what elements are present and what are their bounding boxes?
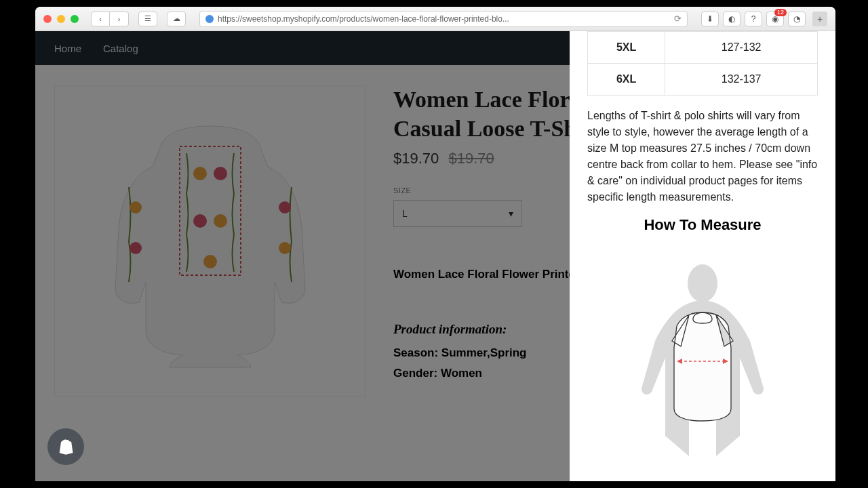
forward-button[interactable]: ›	[110, 12, 129, 26]
extension-icon-4[interactable]: ◔	[788, 12, 806, 26]
viewport: Home Catalog	[35, 31, 835, 481]
badge-count: 12	[774, 9, 787, 16]
size-guide-text: Lengths of T-shirt & polo shirts will va…	[587, 108, 818, 205]
table-row: 6XL 132-137	[588, 64, 818, 96]
shopify-chat-bubble[interactable]	[47, 428, 84, 465]
size-cell: 6XL	[588, 64, 665, 96]
browser-toolbar: ‹ › ☰ ☁ https://sweetshop.myshopify.com/…	[35, 7, 835, 31]
how-to-measure-title: How To Measure	[587, 216, 818, 234]
sidebar-toggle-icon[interactable]: ☰	[138, 12, 157, 26]
back-button[interactable]: ‹	[91, 12, 110, 26]
size-guide-drawer: 5XL 127-132 6XL 132-137 Lengths of T-shi…	[570, 31, 835, 481]
browser-window: ‹ › ☰ ☁ https://sweetshop.myshopify.com/…	[35, 7, 835, 481]
new-tab-button[interactable]: +	[812, 12, 827, 26]
extension-icon-2[interactable]: ?	[745, 12, 762, 26]
measure-diagram-icon	[601, 253, 804, 456]
icloud-tabs-icon[interactable]: ☁	[167, 12, 186, 26]
close-window-icon[interactable]	[43, 15, 52, 23]
reload-icon[interactable]: ⟳	[674, 14, 682, 24]
table-row: 5XL 127-132	[588, 32, 818, 64]
measure-figure	[587, 253, 818, 456]
toolbar-right: ⬇ ◐ ? ◉12 ◔ +	[701, 12, 827, 26]
shopify-icon	[56, 437, 75, 456]
maximize-window-icon[interactable]	[71, 15, 79, 23]
address-bar[interactable]: https://sweetshop.myshopify.com/products…	[199, 11, 688, 27]
extension-icon-1[interactable]: ◐	[723, 12, 741, 26]
svg-point-10	[688, 264, 717, 302]
size-cell: 5XL	[588, 32, 665, 64]
window-controls	[43, 15, 79, 23]
site-identity-icon	[205, 15, 214, 23]
minimize-window-icon[interactable]	[57, 15, 65, 23]
measure-cell: 132-137	[665, 64, 818, 96]
measure-cell: 127-132	[665, 32, 818, 64]
url-text: https://sweetshop.myshopify.com/products…	[218, 14, 670, 24]
nav-buttons: ‹ ›	[91, 12, 129, 26]
downloads-icon[interactable]: ⬇	[701, 12, 719, 26]
size-table: 5XL 127-132 6XL 132-137	[587, 31, 818, 96]
extension-icon-3[interactable]: ◉12	[766, 12, 784, 26]
